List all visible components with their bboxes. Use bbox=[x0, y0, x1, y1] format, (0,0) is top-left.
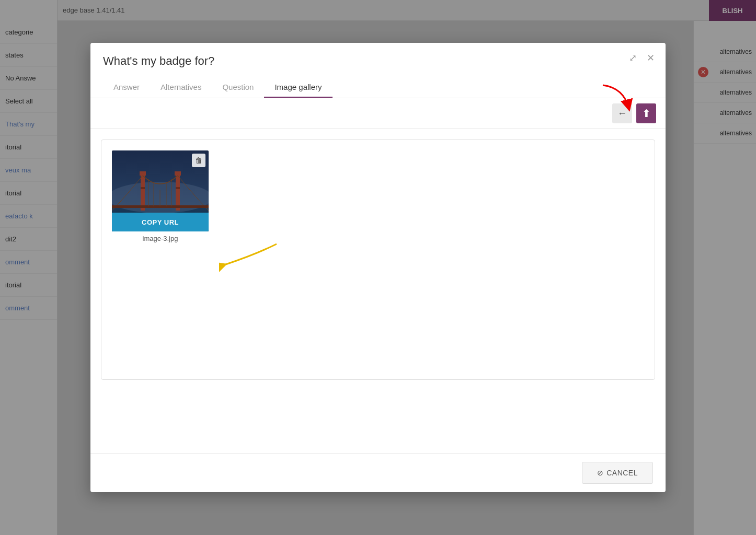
delete-image-button[interactable]: 🗑 bbox=[192, 154, 205, 167]
svg-rect-9 bbox=[112, 205, 209, 208]
cancel-label: CANCEL bbox=[606, 469, 638, 477]
modal-dialog: What's my badge for? ⤢ ✕ Answer Alternat… bbox=[90, 43, 666, 492]
tab-answer[interactable]: Answer bbox=[103, 77, 150, 98]
svg-rect-3 bbox=[141, 174, 145, 211]
svg-rect-7 bbox=[141, 187, 145, 189]
svg-rect-4 bbox=[176, 174, 180, 211]
svg-rect-5 bbox=[140, 171, 146, 176]
modal-body: 🗑 COPY URL image-3.jpg bbox=[90, 129, 666, 453]
upload-button[interactable]: ⬆ bbox=[636, 103, 656, 123]
svg-point-2 bbox=[112, 182, 209, 213]
svg-rect-6 bbox=[175, 171, 181, 176]
close-icon[interactable]: ✕ bbox=[645, 52, 656, 64]
tab-alternatives[interactable]: Alternatives bbox=[150, 77, 212, 98]
modal-close-icons: ⤢ ✕ bbox=[627, 52, 656, 64]
nav-back-button[interactable]: ← bbox=[612, 103, 632, 123]
modal-footer: ⊘ CANCEL bbox=[90, 453, 666, 492]
modal-toolbar: ← ⬆ bbox=[90, 98, 666, 129]
copy-url-button[interactable]: COPY URL bbox=[112, 213, 209, 231]
svg-rect-8 bbox=[176, 187, 180, 189]
image-gallery-area: 🗑 COPY URL image-3.jpg bbox=[101, 139, 655, 380]
cancel-button[interactable]: ⊘ CANCEL bbox=[582, 462, 653, 484]
image-card: 🗑 COPY URL image-3.jpg bbox=[112, 150, 209, 242]
cancel-icon: ⊘ bbox=[597, 469, 604, 477]
expand-icon[interactable]: ⤢ bbox=[627, 52, 638, 64]
yellow-arrow-annotation bbox=[219, 239, 282, 281]
image-thumbnail: 🗑 COPY URL bbox=[112, 150, 209, 231]
tab-image-gallery[interactable]: Image gallery bbox=[264, 77, 332, 98]
image-filename: image-3.jpg bbox=[143, 235, 178, 242]
tab-question[interactable]: Question bbox=[212, 77, 264, 98]
modal-title: What's my badge for? bbox=[103, 54, 653, 68]
modal-header: What's my badge for? ⤢ ✕ Answer Alternat… bbox=[90, 43, 666, 98]
modal-tabs: Answer Alternatives Question Image galle… bbox=[103, 77, 653, 98]
modal-backdrop: What's my badge for? ⤢ ✕ Answer Alternat… bbox=[0, 0, 756, 535]
